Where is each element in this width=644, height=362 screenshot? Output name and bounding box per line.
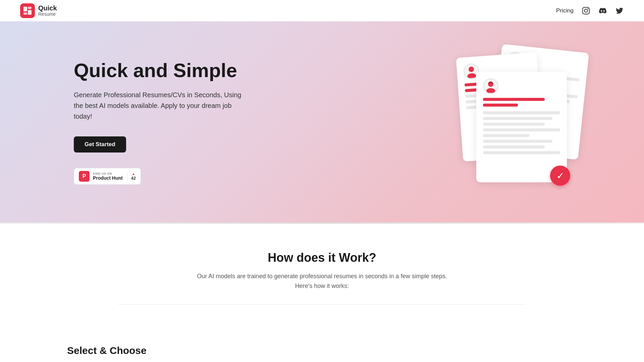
svg-point-7 [467,73,476,78]
how-subtitle: Our AI models are trained to generate pr… [195,272,449,291]
discord-icon[interactable] [598,6,607,15]
svg-rect-2 [28,10,32,15]
select-section: Select & Choose [0,325,644,362]
get-started-button[interactable]: Get Started [74,136,126,153]
avatar-front [483,78,498,94]
resume-card-front: ✓ [476,72,567,182]
how-section: How does it Work? Our AI models are trai… [0,224,644,325]
how-divider [118,304,526,305]
hero-subtitle: Generate Professional Resumes/CVs in Sec… [74,89,241,122]
upvote-arrow: ▲ [132,172,135,176]
svg-rect-3 [23,12,27,15]
check-badge: ✓ [550,166,570,186]
svg-rect-0 [23,7,27,11]
logo-icon [20,3,35,18]
svg-rect-1 [28,7,32,9]
nav-right: Pricing [556,6,624,15]
product-hunt-text: FIND US ON Product Hunt [93,172,124,181]
select-title: Select & Choose [67,345,577,356]
hero-left: Quick and Simple Generate Professional R… [74,59,275,185]
product-hunt-votes: ▲ 42 [127,172,136,181]
product-hunt-badge[interactable]: P FIND US ON Product Hunt ▲ 42 [74,168,141,185]
hero-section: Quick and Simple Generate Professional R… [0,21,644,223]
svg-point-9 [486,88,495,93]
navbar: Quick Resume Pricing [0,0,644,21]
pricing-link[interactable]: Pricing [556,7,574,14]
logo-text: Quick Resume [38,4,57,17]
how-title: How does it Work? [67,251,577,265]
instagram-icon[interactable] [582,6,590,15]
svg-point-6 [468,66,474,72]
hero-title: Quick and Simple [74,59,275,82]
product-hunt-logo: P [79,171,90,182]
logo[interactable]: Quick Resume [20,3,57,18]
twitter-icon[interactable] [615,6,624,15]
resume-cards: ✓ [456,42,590,202]
